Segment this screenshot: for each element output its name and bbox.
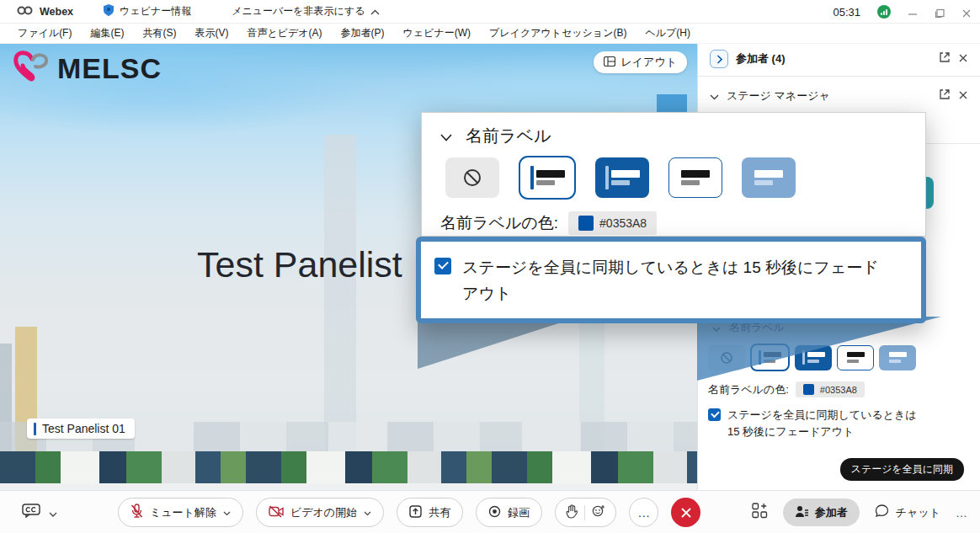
- connection-quality-icon[interactable]: [877, 5, 891, 19]
- popout-panel-icon[interactable]: [939, 51, 951, 67]
- speaker-name-label: Test Panelist 01: [27, 418, 135, 439]
- captions-control[interactable]: [22, 504, 57, 521]
- melsc-brand-text: MELSC: [57, 52, 162, 85]
- menu-audio-video[interactable]: 音声とビデオ(A): [237, 24, 331, 43]
- record-button[interactable]: 録画: [476, 498, 542, 527]
- name-label-color-row: 名前ラベルの色: #0353A8: [698, 371, 980, 397]
- minimize-button[interactable]: [908, 7, 918, 17]
- meeting-timer: 05:31: [833, 6, 860, 19]
- chevron-down-icon[interactable]: [364, 506, 371, 519]
- menu-webinar[interactable]: ウェビナー(W): [394, 24, 480, 43]
- panel-divider: [698, 76, 980, 77]
- chat-bubble-icon: [875, 504, 889, 520]
- menu-help[interactable]: ヘルプ(H): [636, 24, 700, 43]
- apps-icon[interactable]: [752, 503, 768, 522]
- collapse-panel-button[interactable]: [710, 50, 728, 68]
- participants-icon: [795, 505, 808, 520]
- close-window-button[interactable]: [961, 7, 972, 17]
- share-button[interactable]: 共有: [397, 498, 463, 527]
- close-icon: [680, 507, 692, 519]
- webex-logo-icon: [17, 4, 33, 19]
- chevron-up-icon: [370, 6, 380, 18]
- titlebar: Webex ウェビナー情報 メニューバーを非表示にする 05:31: [0, 0, 980, 24]
- layout-button[interactable]: レイアウト: [594, 51, 687, 73]
- chevron-down-icon[interactable]: [223, 506, 231, 519]
- label-color-picker[interactable]: #0353A8: [796, 381, 865, 397]
- city-building: [324, 135, 356, 455]
- layout-grid-icon: [604, 56, 615, 69]
- overflow-menu-button[interactable]: …: [956, 506, 968, 520]
- participants-toggle-button[interactable]: 参加者: [783, 498, 860, 526]
- name-label-popup: 名前ラベル 名前ラベルの色:: [421, 112, 926, 237]
- label-style-none-button[interactable]: [445, 157, 499, 198]
- popout-panel-icon[interactable]: [939, 88, 951, 104]
- fade-out-checkbox[interactable]: [708, 408, 721, 421]
- control-bar: ミュート解除 ビデオの開始 共有: [0, 490, 980, 533]
- fade-out-label-line1: ステージを全員に同期しているときは: [727, 408, 917, 421]
- unmute-button[interactable]: ミュート解除: [118, 498, 243, 527]
- callout-beam: [657, 94, 687, 112]
- stage-bottom-strip: [0, 483, 697, 490]
- city-skyline-near: [0, 451, 697, 483]
- fade-out-checkbox-row: ステージを全員に同期しているときは 15 秒後にフェードアウト: [698, 397, 980, 440]
- stage-manager-panel-title: ステージ マネージャ: [727, 88, 830, 104]
- closed-captions-icon: [22, 504, 40, 521]
- popup-color-row: 名前ラベルの色: #0353A8: [422, 200, 925, 235]
- raise-hand-icon[interactable]: [566, 504, 578, 521]
- menu-file[interactable]: ファイル(F): [8, 24, 81, 43]
- chevron-down-icon: [440, 126, 452, 146]
- leave-meeting-button[interactable]: [671, 498, 700, 527]
- main-controls: ミュート解除 ビデオの開始 共有: [118, 498, 700, 527]
- popup-style-options: [422, 147, 925, 200]
- panel-toggles: 参加者 チャット …: [752, 498, 968, 527]
- label-style-light-button[interactable]: [837, 345, 874, 370]
- more-options-button[interactable]: …: [629, 498, 658, 527]
- start-video-button[interactable]: ビデオの開始: [256, 498, 384, 527]
- callout-line1: ステージを全員に同期しているときは 15 秒後にフェード: [462, 259, 879, 276]
- close-panel-icon[interactable]: [958, 51, 968, 67]
- name-label-accent-bar: [34, 423, 36, 435]
- popup-section-header[interactable]: 名前ラベル: [422, 113, 925, 147]
- color-swatch: [803, 384, 814, 395]
- label-style-translucent-button[interactable]: [742, 157, 796, 198]
- webinar-info-button[interactable]: ウェビナー情報: [104, 4, 191, 19]
- chevron-down-icon[interactable]: [49, 505, 57, 520]
- fade-out-checkbox[interactable]: [434, 258, 451, 274]
- label-color-picker[interactable]: #0353A8: [568, 211, 657, 235]
- color-swatch: [578, 216, 594, 231]
- fade-out-label-line2: 15 秒後にフェードアウト: [727, 425, 854, 438]
- melsc-branding: MELSC: [12, 49, 162, 88]
- menu-share[interactable]: 共有(S): [133, 24, 185, 43]
- sync-stage-button[interactable]: ステージを全員に同期: [840, 458, 964, 481]
- reactions-group: [555, 498, 616, 527]
- stage-manager-panel-header: ステージ マネージャ: [698, 83, 980, 109]
- melsc-heart-logo-icon: [12, 49, 51, 88]
- callout-line2: アウト: [462, 285, 511, 302]
- camera-off-icon: [269, 505, 284, 520]
- label-style-light-button[interactable]: [668, 157, 722, 198]
- participants-panel-title: 参加者 (4): [736, 51, 786, 67]
- label-style-solid-bar-button[interactable]: [595, 157, 649, 198]
- maximize-button[interactable]: [935, 7, 945, 17]
- block-icon: [462, 168, 482, 188]
- shield-icon: [104, 4, 114, 19]
- divider: [584, 505, 585, 520]
- reactions-smiley-icon[interactable]: [592, 504, 605, 520]
- menu-view[interactable]: 表示(V): [185, 24, 237, 43]
- label-style-light-bar-button[interactable]: [519, 156, 576, 200]
- app-brand: Webex: [40, 6, 73, 18]
- hide-menubar-button[interactable]: メニューバーを非表示にする: [232, 4, 380, 19]
- label-style-translucent-button[interactable]: [879, 345, 916, 370]
- menu-participants[interactable]: 参加者(P): [332, 24, 394, 43]
- chat-toggle-button[interactable]: チャット: [875, 504, 940, 520]
- menu-edit[interactable]: 編集(E): [81, 24, 133, 43]
- menubar: ファイル(F) 編集(E) 共有(S) 表示(V) 音声とビデオ(A) 参加者(…: [0, 24, 980, 44]
- share-screen-icon: [409, 505, 422, 520]
- webex-window: Webex ウェビナー情報 メニューバーを非表示にする 05:31: [0, 0, 980, 533]
- speaker-name-text: Test Panelist: [197, 244, 402, 285]
- chevron-down-icon[interactable]: [710, 88, 719, 104]
- menu-breakout[interactable]: ブレイクアウトセッション(B): [480, 24, 636, 43]
- close-panel-icon[interactable]: [958, 88, 968, 104]
- fade-out-callout: ステージを全員に同期しているときは 15 秒後にフェード アウト: [416, 237, 926, 323]
- mic-muted-icon: [130, 504, 143, 521]
